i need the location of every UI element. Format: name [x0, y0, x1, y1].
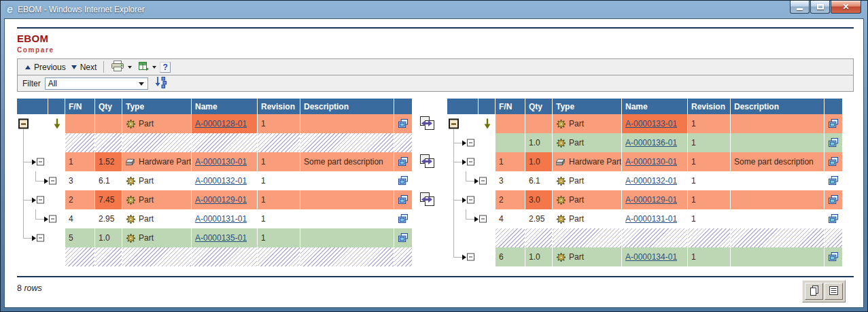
- part-name-link[interactable]: A-0000130-01: [625, 157, 677, 167]
- part-name-link[interactable]: A-0000128-01: [195, 119, 247, 128]
- row-print-cell: [394, 152, 413, 171]
- compare-sync-icon[interactable]: [417, 192, 436, 207]
- pages-icon[interactable]: [828, 138, 839, 148]
- export-button[interactable]: [135, 60, 152, 75]
- collapse-box-icon: [37, 158, 44, 166]
- column-header[interactable]: Qty: [525, 99, 553, 114]
- page-subtitle: Compare: [17, 46, 854, 54]
- pages-icon[interactable]: [398, 119, 409, 128]
- column-header[interactable]: Description: [731, 99, 824, 114]
- previous-button[interactable]: Previous: [22, 61, 69, 73]
- column-header[interactable]: Revision: [688, 99, 731, 114]
- hatched-cell: [95, 247, 122, 266]
- pages-icon[interactable]: [828, 252, 839, 262]
- pages-icon[interactable]: [828, 176, 839, 186]
- column-header[interactable]: F/N: [65, 99, 95, 114]
- arrow-right-icon: [44, 216, 48, 222]
- pages-icon[interactable]: [398, 214, 409, 224]
- hatched-cell: [65, 133, 95, 152]
- part-name-link[interactable]: A-0000134-01: [625, 252, 677, 262]
- part-name-link[interactable]: A-0000131-01: [195, 214, 247, 224]
- column-header[interactable]: Qty: [95, 99, 122, 114]
- column-header[interactable]: F/N: [496, 99, 525, 114]
- part-name-link[interactable]: A-0000135-01: [195, 233, 247, 243]
- print-button[interactable]: [108, 59, 127, 75]
- qty-cell: [95, 114, 122, 133]
- filter-select[interactable]: All: [45, 77, 148, 90]
- tree-expand-button[interactable]: [32, 158, 44, 166]
- arrow-right-icon: [462, 197, 466, 203]
- tree-line: [23, 228, 24, 238]
- type-label: Part: [569, 138, 584, 148]
- column-header[interactable]: Description: [300, 99, 394, 114]
- column-header[interactable]: Type: [122, 99, 192, 114]
- maximize-button[interactable]: [810, 1, 830, 14]
- tree-collapse-button[interactable]: [449, 119, 459, 129]
- column-header[interactable]: Type: [553, 99, 622, 114]
- part-name-link[interactable]: A-0000136-01: [625, 138, 677, 148]
- page-view-button[interactable]: [805, 283, 823, 300]
- tree-expand-button[interactable]: [474, 215, 487, 223]
- pages-icon[interactable]: [828, 195, 839, 205]
- name-cell: A-0000132-01: [192, 171, 258, 190]
- part-name-link[interactable]: A-0000129-01: [195, 195, 247, 205]
- titlebar[interactable]: e EBOM - Windows Internet Explorer ✕: [1, 1, 867, 18]
- pages-icon[interactable]: [398, 233, 409, 243]
- sort-tree-icon: [154, 76, 167, 91]
- bom-row: 36.1PartA-0000132-011: [17, 171, 413, 190]
- description-cell: [300, 171, 394, 190]
- minimize-button[interactable]: [790, 1, 810, 14]
- type-cell: Part: [553, 133, 622, 152]
- tree-collapse-button[interactable]: [18, 119, 29, 129]
- print-dropdown-arrow[interactable]: [128, 66, 132, 69]
- pages-icon[interactable]: [828, 214, 839, 224]
- fn-cell: [496, 114, 525, 133]
- tree-expand-button[interactable]: [462, 158, 474, 166]
- tree-expand-button[interactable]: [44, 177, 56, 185]
- column-header[interactable]: Revision: [258, 99, 300, 114]
- type-label: Part: [139, 119, 154, 128]
- pages-icon[interactable]: [398, 176, 409, 186]
- part-name-link[interactable]: A-0000132-01: [195, 176, 247, 186]
- pages-icon[interactable]: [828, 119, 839, 128]
- list-view-button[interactable]: [824, 283, 843, 300]
- expand-all-levels-button[interactable]: [154, 76, 167, 91]
- next-button[interactable]: Next: [69, 61, 100, 73]
- part-name-link[interactable]: A-0000130-01: [195, 157, 247, 167]
- part-name-link[interactable]: A-0000131-01: [625, 214, 677, 224]
- close-button[interactable]: ✕: [831, 1, 861, 14]
- pages-icon[interactable]: [398, 195, 409, 205]
- next-label: Next: [80, 63, 97, 72]
- qty-cell: 1.0: [525, 133, 553, 152]
- compare-sync-icon[interactable]: [417, 116, 436, 131]
- qty-cell: 1.52: [95, 152, 122, 171]
- tree-cell: [17, 247, 65, 266]
- tree-expand-button[interactable]: [32, 196, 44, 204]
- part-icon: [556, 195, 566, 205]
- part-name-link[interactable]: A-0000132-01: [625, 176, 677, 186]
- part-name-link[interactable]: A-0000133-01: [625, 119, 677, 128]
- column-header[interactable]: Name: [192, 99, 258, 114]
- fn-cell: 1: [496, 152, 525, 171]
- tree-line: [23, 162, 32, 162]
- tree-line: [466, 181, 474, 181]
- tree-line: [453, 209, 454, 228]
- part-name-link[interactable]: A-0000129-01: [625, 195, 677, 205]
- pages-icon[interactable]: [398, 157, 409, 167]
- compare-sync-icon[interactable]: [417, 154, 436, 169]
- browser-client-area: EBOM Compare Previous Next ? Fil: [4, 18, 864, 308]
- pages-icon[interactable]: [828, 157, 839, 167]
- type-label: Part: [139, 233, 154, 243]
- tree-expand-button[interactable]: [462, 139, 474, 147]
- fn-cell: 6: [496, 247, 525, 266]
- tree-expand-button[interactable]: [462, 254, 474, 261]
- tree-expand-button[interactable]: [32, 235, 44, 242]
- tree-expand-button[interactable]: [474, 177, 487, 185]
- tree-expand-button[interactable]: [44, 215, 56, 223]
- changed-indicator-arrow-icon: [53, 118, 61, 130]
- arrow-right-icon: [462, 159, 466, 164]
- tree-expand-button[interactable]: [462, 196, 474, 204]
- column-header[interactable]: Name: [622, 99, 688, 114]
- help-button[interactable]: ?: [160, 62, 170, 73]
- export-dropdown-arrow[interactable]: [152, 66, 156, 69]
